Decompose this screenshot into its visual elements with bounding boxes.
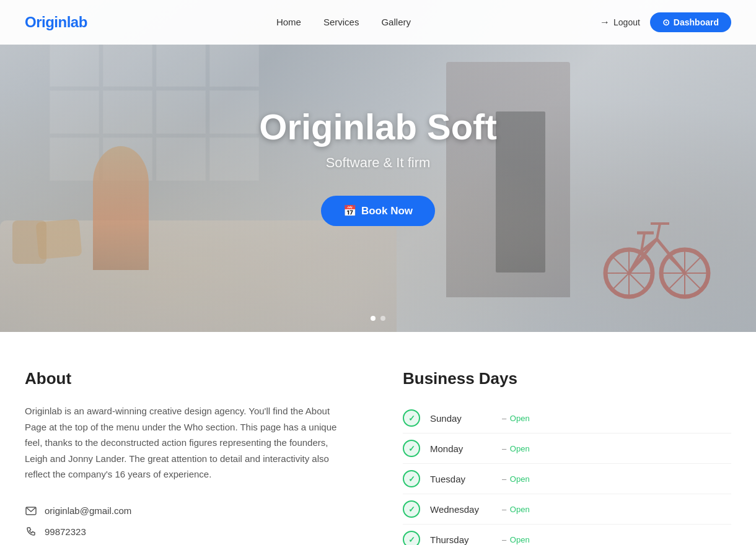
email-contact: originlab@gmail.com — [25, 505, 353, 517]
business-day-item: Tuesday – Open — [403, 464, 731, 494]
nav-menu: Home Services Gallery — [276, 17, 411, 28]
nav-services[interactable]: Services — [323, 17, 359, 27]
check-icon — [408, 444, 415, 453]
day-name: Thursday — [430, 534, 492, 545]
dashboard-button[interactable]: Dashboard — [650, 12, 731, 32]
phone-value: 99872323 — [45, 526, 86, 537]
logo[interactable]: Originlab — [25, 14, 87, 31]
hero-dot-2[interactable] — [380, 316, 385, 321]
logout-button[interactable]: Logout — [600, 17, 640, 28]
business-day-item: Sunday – Open — [403, 403, 731, 434]
check-icon — [408, 414, 415, 423]
hero-dot-1[interactable] — [371, 316, 376, 321]
logout-icon — [600, 17, 610, 28]
status-badge — [403, 470, 420, 487]
book-now-button[interactable]: 📅 Book Now — [321, 196, 435, 226]
phone-icon — [25, 526, 37, 538]
business-days-section: Business Days Sunday – Open Monday – Ope… — [403, 369, 731, 545]
check-icon — [408, 535, 415, 544]
day-name: Wednesday — [430, 504, 492, 515]
status-badge — [403, 531, 420, 545]
navbar: Originlab Home Services Gallery Logout D… — [0, 0, 756, 45]
phone-contact: 99872323 — [25, 526, 353, 538]
status-badge — [403, 500, 420, 518]
business-day-item: Monday – Open — [403, 434, 731, 464]
hero-subtitle: Software & It firm — [259, 155, 496, 171]
navbar-actions: Logout Dashboard — [600, 12, 731, 32]
main-content: About Originlab is an award-winning crea… — [0, 332, 756, 545]
status-text: – Open — [502, 474, 530, 484]
day-name: Tuesday — [430, 474, 492, 484]
about-body: Originlab is an award-winning creative d… — [25, 403, 353, 482]
business-days-title: Business Days — [403, 369, 731, 388]
business-day-item: Thursday – Open — [403, 525, 731, 545]
email-value: originlab@gmail.com — [45, 505, 131, 516]
status-badge — [403, 409, 420, 427]
day-name: Sunday — [430, 413, 492, 424]
status-text: – Open — [502, 505, 530, 514]
hero-section: Originlab Soft Software & It firm 📅 Book… — [0, 0, 756, 332]
status-text: – Open — [502, 444, 530, 453]
calendar-icon: 📅 — [343, 204, 356, 217]
nav-home[interactable]: Home — [276, 17, 301, 27]
hero-title: Originlab Soft — [259, 106, 496, 147]
about-section: About Originlab is an award-winning crea… — [25, 369, 353, 545]
status-text: – Open — [502, 535, 530, 544]
business-day-item: Wednesday – Open — [403, 494, 731, 525]
status-badge — [403, 440, 420, 457]
hero-content: Originlab Soft Software & It firm 📅 Book… — [259, 106, 496, 226]
email-icon — [25, 505, 37, 517]
check-icon — [408, 474, 415, 484]
about-title: About — [25, 369, 353, 388]
nav-gallery[interactable]: Gallery — [381, 17, 411, 27]
status-text: – Open — [502, 414, 530, 423]
dashboard-icon — [662, 17, 670, 27]
check-icon — [408, 505, 415, 514]
business-days-list: Sunday – Open Monday – Open Tuesday – Op… — [403, 403, 731, 545]
day-name: Monday — [430, 443, 492, 454]
hero-dots — [371, 316, 385, 321]
